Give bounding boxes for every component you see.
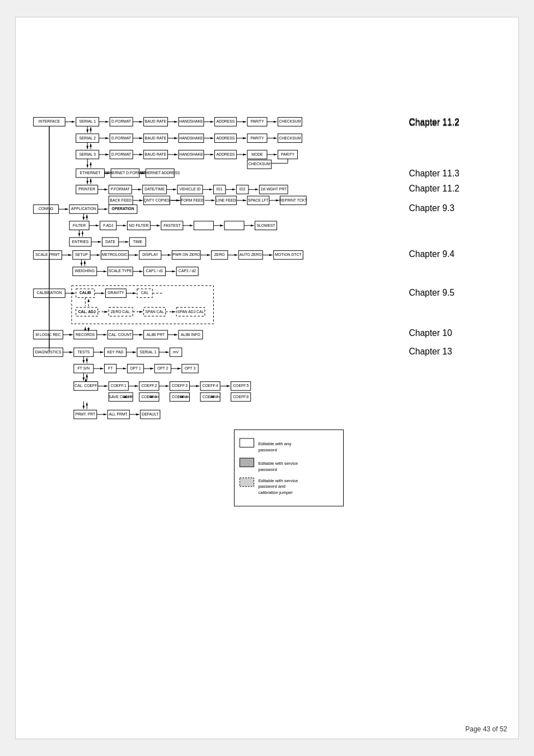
svg-text:ID2: ID2 [240, 187, 246, 191]
svg-text:ALIBI PRT: ALIBI PRT [147, 333, 165, 337]
svg-text:SERIAL 3: SERIAL 3 [79, 152, 96, 156]
svg-text:PWR ON ZERO: PWR ON ZERO [172, 253, 200, 256]
svg-text:ADDRESS: ADDRESS [216, 136, 235, 140]
svg-text:COEFF.6: COEFF.6 [233, 395, 249, 399]
svg-text:DISPLAY: DISPLAY [142, 253, 158, 256]
svg-text:AUTO ZERO: AUTO ZERO [240, 253, 262, 256]
svg-text:SPAN ADJ CAL: SPAN ADJ CAL [177, 310, 204, 314]
svg-text:CHECKSUM: CHECKSUM [249, 162, 270, 166]
svg-text:Editable with service: Editable with service [258, 478, 298, 483]
chapter-113: Chapter 11.3 [409, 169, 459, 178]
svg-text:BAUD RATE: BAUD RATE [145, 119, 167, 123]
chapter-94: Chapter 9.4 [409, 249, 455, 259]
svg-text:F.ADJ: F.ADJ [103, 223, 113, 227]
svg-text:PRINTER: PRINTER [78, 187, 95, 191]
svg-text:SLOWEST: SLOWEST [256, 223, 275, 227]
svg-text:DEFAULT: DEFAULT [142, 412, 158, 416]
svg-text:SERIAL 2: SERIAL 2 [79, 136, 96, 140]
svg-rect-330 [240, 478, 254, 487]
svg-text:DATE: DATE [105, 240, 115, 244]
svg-text:HANDSHAKE: HANDSHAKE [179, 152, 203, 156]
svg-text:COEFF.8: COEFF.8 [172, 395, 188, 399]
svg-text:VEHICLE ID: VEHICLE ID [180, 187, 201, 191]
svg-text:P.FORMAT: P.FORMAT [111, 187, 130, 191]
svg-text:CAL. COEFF: CAL. COEFF [74, 384, 97, 388]
svg-text:LINE FEED: LINE FEED [216, 198, 236, 202]
svg-text:password and: password and [258, 484, 285, 489]
chapter-112b: Chapter 11.2 [409, 184, 459, 193]
svg-text:METROLOGIC: METROLOGIC [102, 253, 128, 256]
svg-text:BAUD RATE: BAUD RATE [145, 136, 167, 140]
svg-text:SERIAL 1: SERIAL 1 [140, 350, 157, 354]
svg-text:CALIB: CALIB [79, 291, 91, 295]
svg-text:Editable with any: Editable with any [258, 441, 291, 446]
svg-text:HANDSHAKE: HANDSHAKE [179, 136, 203, 140]
svg-text:CHECKSUM: CHECKSUM [279, 136, 301, 140]
svg-text:FASTEST: FASTEST [163, 223, 180, 227]
chapter-93: Chapter 9.3 [409, 203, 455, 213]
svg-text:MODE: MODE [251, 152, 263, 156]
svg-text:PARITY: PARITY [250, 119, 264, 123]
svg-text:MOTION DTCT: MOTION DTCT [275, 253, 301, 256]
svg-text:KEY PAD: KEY PAD [107, 350, 123, 354]
svg-text:ADDRESS: ADDRESS [216, 152, 235, 156]
svg-text:TESTS: TESTS [77, 350, 90, 354]
svg-text:BAUD RATE: BAUD RATE [145, 152, 167, 156]
svg-text:OPERATION: OPERATION [112, 207, 134, 211]
svg-text:FT S/N: FT S/N [78, 366, 90, 370]
diagram-area: INTERFACE SERIAL 1 D.FORMAT BAUD RATE HA… [27, 29, 507, 673]
svg-text:CONFIG: CONFIG [39, 207, 54, 211]
svg-text:HANDSHAKE: HANDSHAKE [179, 119, 203, 123]
svg-text:COEFF.2: COEFF.2 [141, 384, 157, 388]
svg-text:CAL. COUNT: CAL. COUNT [109, 333, 132, 337]
svg-text:PARITY: PARITY [281, 152, 295, 156]
svg-text:OPT 2: OPT 2 [157, 366, 168, 370]
svg-text:ETHERNET ADDRESS: ETHERNET ADDRESS [140, 171, 180, 175]
svg-text:ETHERNET D.FORMAT: ETHERNET D.FORMAT [105, 171, 146, 175]
svg-rect-324 [240, 438, 254, 447]
svg-rect-147 [194, 221, 213, 230]
svg-text:CHECKSUM: CHECKSUM [279, 119, 301, 123]
svg-text:DATE/TIME: DATE/TIME [144, 187, 165, 191]
svg-text:COEFF.5: COEFF.5 [233, 384, 249, 388]
svg-text:APPLICATION: APPLICATION [71, 207, 96, 211]
svg-text:GRAVITY: GRAVITY [107, 291, 124, 295]
svg-text:PRMT. PRT: PRMT. PRT [75, 412, 95, 416]
svg-text:CAP1 / d1: CAP1 / d1 [146, 269, 163, 273]
svg-text:calibration jumper: calibration jumper [258, 490, 293, 495]
svg-text:ZERO CAL.: ZERO CAL. [111, 310, 131, 314]
svg-text:ZERO: ZERO [214, 253, 225, 256]
svg-text:M LOGIC REC: M LOGIC REC [36, 333, 61, 337]
svg-text:WEIGHING: WEIGHING [75, 269, 95, 273]
svg-text:ETHERNET: ETHERNET [80, 171, 101, 175]
svg-text:SPACE LFT: SPACE LFT [248, 198, 269, 202]
svg-text:ID1: ID1 [217, 187, 223, 191]
svg-text:OPT 3: OPT 3 [185, 366, 196, 370]
svg-text:BACK FEED: BACK FEED [110, 198, 132, 202]
svg-text:REPRINT TCKT: REPRINT TCKT [279, 198, 307, 202]
chapter-95: Chapter 9.5 [409, 288, 455, 297]
svg-text:ALL PRMT.: ALL PRMT. [109, 412, 128, 416]
chapter-112a: Chapter 11.2 [409, 117, 459, 127]
svg-text:CAL: CAL [141, 291, 148, 295]
svg-text:COEFF.9: COEFF.9 [141, 395, 157, 399]
svg-text:password: password [258, 447, 277, 452]
page-number: Page 43 of 52 [465, 725, 507, 733]
svg-rect-149 [224, 221, 244, 230]
svg-text:mV: mV [173, 350, 179, 354]
svg-text:FILTER: FILTER [73, 223, 86, 227]
svg-text:D.FORMAT: D.FORMAT [111, 152, 131, 156]
svg-text:D.FORMAT: D.FORMAT [111, 136, 131, 140]
chapter-10: Chapter 10 [409, 328, 452, 338]
svg-text:QNTY COPIES: QNTY COPIES [144, 198, 170, 203]
svg-text:ENTRIES: ENTRIES [72, 240, 89, 244]
svg-text:FORM FEED: FORM FEED [181, 198, 203, 202]
svg-text:COEFF.1: COEFF.1 [111, 384, 127, 388]
svg-text:INTERFACE: INTERFACE [39, 119, 60, 123]
svg-text:Editable with service: Editable with service [258, 461, 298, 466]
svg-text:SAVE COEFF: SAVE COEFF [109, 395, 133, 399]
svg-text:COEFF.7: COEFF.7 [203, 395, 218, 399]
svg-text:1st WGHT PRT: 1st WGHT PRT [260, 187, 287, 191]
svg-text:ADDRESS: ADDRESS [216, 119, 235, 123]
svg-text:PARITY: PARITY [250, 136, 264, 140]
